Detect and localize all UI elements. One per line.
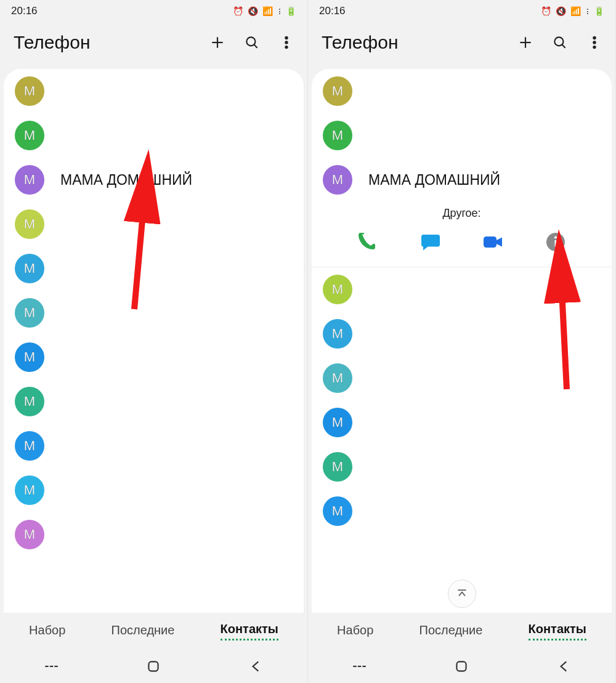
contact-avatar: M <box>323 452 352 482</box>
add-button[interactable] <box>209 34 226 51</box>
tab-dial[interactable]: Набор <box>29 623 65 640</box>
contact-avatar: M <box>323 165 352 195</box>
add-button[interactable] <box>517 34 534 51</box>
home-nav-icon[interactable] <box>453 658 469 674</box>
app-title: Телефон <box>322 32 517 53</box>
contact-row[interactable]: M <box>312 113 612 158</box>
svg-rect-19 <box>484 236 496 248</box>
tab-recent[interactable]: Последние <box>111 623 175 640</box>
svg-line-15 <box>562 44 565 47</box>
android-navbar <box>0 650 307 683</box>
recents-nav-icon[interactable] <box>43 658 59 674</box>
contact-row[interactable]: M <box>4 335 304 379</box>
contact-avatar: M <box>323 121 352 150</box>
search-button[interactable] <box>551 34 569 51</box>
tab-recent[interactable]: Последние <box>419 623 483 640</box>
contact-name: МАМА ДОМАШНИЙ <box>60 172 192 188</box>
contact-row[interactable]: M <box>4 202 304 246</box>
svg-point-22 <box>554 236 557 238</box>
contact-row[interactable]: MМАМА ДОМАШНИЙ <box>4 158 304 202</box>
svg-point-2 <box>246 37 255 46</box>
mute-icon: 🔇 <box>248 7 258 15</box>
battery-icon: 🔋 <box>594 7 604 15</box>
contact-row[interactable]: M <box>312 445 612 489</box>
contact-avatar: M <box>15 209 44 239</box>
bottom-tabs: Набор Последние Контакты <box>308 613 615 650</box>
contact-row[interactable]: M <box>312 267 612 312</box>
contact-avatar: M <box>323 76 352 106</box>
call-button[interactable] <box>357 231 379 253</box>
contact-row[interactable]: M <box>312 69 612 113</box>
contact-row[interactable]: M <box>4 291 304 335</box>
status-time: 20:16 <box>11 5 38 17</box>
contact-row[interactable]: M <box>4 379 304 424</box>
mute-icon: 🔇 <box>556 7 566 15</box>
contact-avatar: M <box>15 520 44 549</box>
svg-point-14 <box>554 37 563 46</box>
contact-avatar: M <box>323 408 352 437</box>
contact-avatar: M <box>15 254 44 283</box>
contact-avatar: M <box>323 275 352 304</box>
back-nav-icon[interactable] <box>248 658 264 674</box>
more-button[interactable] <box>278 34 295 51</box>
contact-avatar: M <box>15 342 44 372</box>
phone-screen-left: 20:16 ⏰ 🔇 📶 ⫶ 🔋 Телефон MMMМАМА ДОМАШНИЙ… <box>0 0 308 683</box>
contact-avatar: M <box>15 431 44 461</box>
contact-row[interactable]: M <box>312 312 612 356</box>
contact-row[interactable]: M <box>4 113 304 158</box>
svg-rect-28 <box>457 661 466 671</box>
contact-avatar: M <box>15 387 44 416</box>
contact-row[interactable]: M <box>4 246 304 291</box>
contact-avatar: M <box>323 496 352 526</box>
status-icons: ⏰ 🔇 📶 ⫶ 🔋 <box>541 7 604 15</box>
contact-avatar: M <box>15 121 44 150</box>
contact-row[interactable]: M <box>4 468 304 512</box>
contact-avatar: M <box>15 165 44 195</box>
status-time: 20:16 <box>319 5 346 17</box>
android-navbar <box>308 650 615 683</box>
wifi-icon: 📶 <box>262 7 273 15</box>
svg-rect-21 <box>555 240 557 247</box>
back-nav-icon[interactable] <box>556 658 572 674</box>
contact-row[interactable]: M <box>4 512 304 557</box>
more-button[interactable] <box>586 34 603 51</box>
contact-row[interactable]: M <box>4 424 304 468</box>
signal-icon: ⫶ <box>585 7 590 15</box>
info-button[interactable] <box>545 231 567 253</box>
tab-contacts[interactable]: Контакты <box>529 622 586 641</box>
app-title: Телефон <box>14 32 209 53</box>
status-bar: 20:16 ⏰ 🔇 📶 ⫶ 🔋 <box>0 0 307 22</box>
bottom-tabs: Набор Последние Контакты <box>0 613 307 650</box>
message-button[interactable] <box>419 231 442 253</box>
svg-point-16 <box>593 36 596 39</box>
contact-row[interactable]: M <box>312 489 612 533</box>
contact-row[interactable]: M <box>4 69 304 113</box>
contact-row[interactable]: M <box>312 400 612 445</box>
status-icons: ⏰ 🔇 📶 ⫶ 🔋 <box>233 7 296 15</box>
svg-point-5 <box>285 41 288 44</box>
alarm-icon: ⏰ <box>541 7 551 15</box>
contact-avatar: M <box>15 76 44 106</box>
contacts-card: MMMМАМА ДОМАШНИЙMMMMMMMM <box>4 69 304 613</box>
tab-contacts[interactable]: Контакты <box>221 622 278 641</box>
contact-expanded-panel: Другое: <box>312 202 612 267</box>
scroll-to-top-button[interactable] <box>448 580 476 608</box>
status-bar: 20:16 ⏰ 🔇 📶 ⫶ 🔋 <box>308 0 615 22</box>
recents-nav-icon[interactable] <box>351 658 367 674</box>
phone-screen-right: 20:16 ⏰ 🔇 📶 ⫶ 🔋 Телефон MMMМАМА ДОМАШНИЙ… <box>308 0 616 683</box>
battery-icon: 🔋 <box>286 7 296 15</box>
tab-dial[interactable]: Набор <box>337 623 373 640</box>
contact-row[interactable]: MМАМА ДОМАШНИЙ <box>312 158 612 202</box>
expand-label: Другое: <box>323 207 601 220</box>
svg-point-17 <box>593 41 596 44</box>
app-header: Телефон <box>0 22 307 69</box>
signal-icon: ⫶ <box>277 7 282 15</box>
search-button[interactable] <box>243 34 261 51</box>
svg-rect-11 <box>149 661 158 671</box>
contact-avatar: M <box>323 363 352 393</box>
contact-row[interactable]: M <box>312 356 612 400</box>
contacts-card: MMMМАМА ДОМАШНИЙ Другое: MMMMMM <box>312 69 612 613</box>
alarm-icon: ⏰ <box>233 7 243 15</box>
home-nav-icon[interactable] <box>145 658 161 674</box>
video-call-button[interactable] <box>482 231 504 253</box>
